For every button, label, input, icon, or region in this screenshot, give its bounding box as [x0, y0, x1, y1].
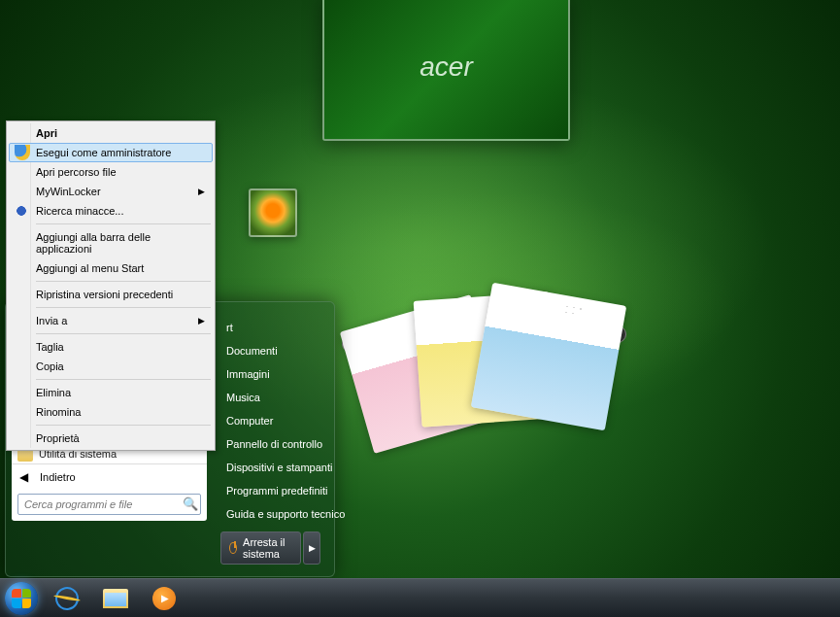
right-item-control-panel[interactable]: Pannello di controllo: [217, 432, 324, 456]
search-input[interactable]: [17, 494, 201, 515]
start-menu-right-panel: rt Documenti Immagini Musica Computer Pa…: [213, 308, 328, 570]
power-icon: [229, 542, 237, 554]
right-item-music[interactable]: Musica: [217, 386, 324, 409]
right-item-computer[interactable]: Computer: [217, 409, 324, 432]
acer-logo: acer: [420, 51, 472, 83]
ctx-properties[interactable]: Proprietà: [9, 428, 213, 448]
defender-icon: [14, 203, 29, 219]
search-icon[interactable]: 🔍: [183, 497, 196, 510]
right-item-pictures[interactable]: Immagini: [217, 362, 324, 386]
shutdown-label: Arresta il sistema: [243, 536, 292, 560]
right-item-default-programs[interactable]: Programmi predefiniti: [217, 479, 324, 502]
submenu-arrow-icon: ▶: [198, 316, 205, 326]
ctx-pin-start[interactable]: Aggiungi al menu Start: [9, 258, 213, 278]
taskbar-media-player[interactable]: [141, 582, 187, 615]
ctx-open[interactable]: Apri: [9, 123, 213, 143]
ctx-separator: [36, 379, 211, 380]
wallpaper-preview-window: acer: [322, 0, 570, 141]
submenu-arrow-icon: ▶: [198, 187, 205, 196]
back-button[interactable]: ◀ Indietro: [12, 463, 207, 490]
explorer-icon: [103, 589, 128, 608]
shield-icon: [15, 145, 30, 160]
taskbar: [0, 578, 840, 617]
taskbar-explorer[interactable]: [92, 582, 139, 615]
right-item-user[interactable]: rt: [217, 316, 324, 339]
ctx-separator: [36, 307, 211, 308]
start-button[interactable]: [0, 579, 43, 618]
ctx-separator: [36, 425, 211, 426]
ctx-scan-threats[interactable]: Ricerca minacce...: [9, 201, 213, 221]
ctx-separator: [36, 281, 211, 282]
ctx-open-file-location[interactable]: Apri percorso file: [9, 162, 213, 182]
context-menu: Apri Esegui come amministratore Apri per…: [6, 120, 216, 451]
ie-icon: [53, 585, 81, 612]
ctx-pin-taskbar[interactable]: Aggiungi alla barra delle applicazioni: [9, 227, 213, 258]
right-item-help[interactable]: Guida e supporto tecnico: [217, 502, 324, 526]
ctx-cut[interactable]: Taglia: [9, 337, 213, 357]
ctx-mywinlocker[interactable]: MyWinLocker▶: [9, 182, 213, 201]
ctx-send-to[interactable]: Invia a▶: [9, 311, 213, 330]
ctx-separator: [36, 223, 211, 224]
back-label: Indietro: [40, 471, 76, 483]
windows-orb-icon: [5, 582, 38, 615]
sticky-note-blue[interactable]: [471, 283, 626, 430]
sticky-notes-gadget[interactable]: ? −: [350, 282, 622, 447]
media-player-icon: [152, 587, 176, 610]
right-item-documents[interactable]: Documenti: [217, 339, 324, 362]
back-arrow-icon: ◀: [19, 470, 28, 484]
search-box: 🔍: [17, 494, 201, 515]
user-account-picture[interactable]: [249, 189, 297, 237]
taskbar-ie[interactable]: [44, 582, 90, 615]
shutdown-options-button[interactable]: ▶: [303, 531, 320, 565]
ctx-run-as-admin[interactable]: Esegui come amministratore: [9, 143, 213, 162]
shutdown-button[interactable]: Arresta il sistema: [220, 531, 301, 565]
ctx-restore-previous[interactable]: Ripristina versioni precedenti: [9, 285, 213, 304]
ctx-copy[interactable]: Copia: [9, 357, 213, 376]
ctx-rename[interactable]: Rinomina: [9, 402, 213, 422]
right-item-devices[interactable]: Dispositivi e stampanti: [217, 456, 324, 479]
ctx-delete[interactable]: Elimina: [9, 383, 213, 402]
ctx-separator: [36, 333, 211, 334]
